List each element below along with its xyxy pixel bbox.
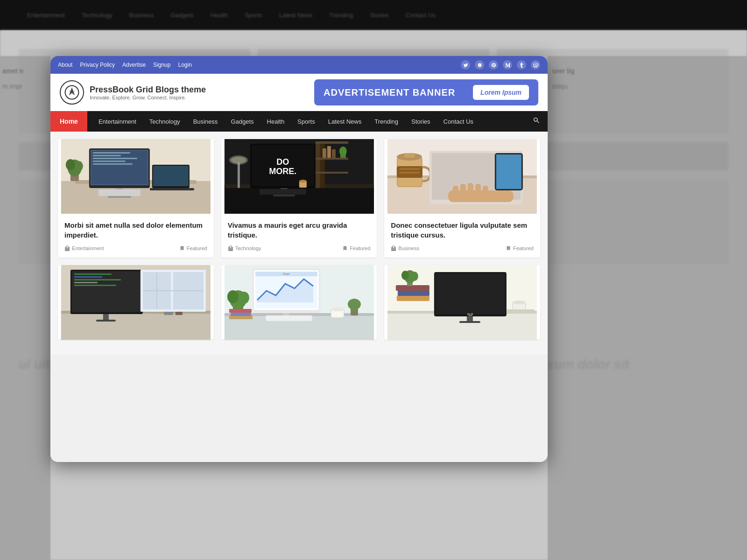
card-1-img-svg [58,139,214,214]
privacy-link[interactable]: Privacy Policy [80,62,115,68]
bg-right-panel: urer lig istiqu [548,56,747,560]
logo-area: PressBook Grid Blogs theme Innovate. Exp… [60,80,206,105]
svg-point-121 [402,271,409,280]
nav-health[interactable]: Health [261,111,291,132]
nav-stories[interactable]: Stories [405,111,437,132]
svg-rect-39 [331,149,335,158]
svg-rect-62 [460,184,466,194]
svg-point-107 [347,299,360,310]
nav-technology[interactable]: Technology [143,111,187,132]
nav-business[interactable]: Business [187,111,225,132]
svg-rect-38 [327,146,331,158]
nav-gadgets[interactable]: Gadgets [224,111,260,132]
site-name: PressBook Grid Blogs theme [90,85,206,95]
ad-banner: ADVERTISEMENT BANNER Lorem Ipsum [314,79,538,105]
svg-point-109 [331,308,344,311]
svg-rect-117 [398,290,430,296]
utility-bar: About Privacy Policy Advertise Signup Lo… [50,56,548,74]
card-3-meta: Business Featured [391,245,534,251]
card-2-title: Vivamus a mauris eget arcu gravida trist… [228,220,371,240]
svg-rect-74 [74,276,102,278]
card-4 [58,265,214,340]
card-2-img-svg: DO MORE. [221,139,377,214]
card-3-image [384,139,540,214]
nav-items: Entertainment Technology Business Gadget… [87,111,533,132]
svg-rect-116 [397,295,430,301]
svg-rect-61 [453,186,458,194]
card-3: Donec consectetuer ligula vulputate sem … [384,139,540,258]
nav-home[interactable]: Home [50,111,87,132]
svg-rect-79 [96,320,116,322]
svg-marker-1 [69,87,75,96]
svg-rect-36 [315,172,348,174]
svg-rect-63 [468,183,473,194]
card-4-image [58,265,214,340]
card-1-body: Morbi sit amet nulla sed dolor elementum… [58,214,214,258]
content-area: Morbi sit amet nulla sed dolor elementum… [50,132,548,355]
nav-contact-us[interactable]: Contact Us [437,111,480,132]
tumblr-icon[interactable] [517,60,526,70]
svg-rect-118 [396,285,430,291]
svg-point-122 [411,272,418,281]
card-1-meta: Entertainment Featured [64,245,207,251]
svg-rect-75 [74,279,121,280]
svg-rect-42 [259,189,306,195]
svg-rect-111 [230,312,251,316]
svg-rect-43 [237,162,240,188]
card-grid-bottom: Chart [58,265,540,340]
nav-trending[interactable]: Trending [368,111,405,132]
bg-left-panel: amet n m impr [0,56,50,560]
card-1-featured: Featured [179,245,207,251]
card-5: Chart [221,265,377,340]
svg-rect-8 [93,152,130,154]
svg-point-22 [75,161,83,171]
card-grid-top: Morbi sit amet nulla sed dolor elementum… [58,139,540,258]
svg-rect-64 [475,184,481,194]
advertise-link[interactable]: Advertise [122,62,146,68]
card-2-category: Technology [228,245,261,251]
card-3-img-svg [384,139,540,214]
login-link[interactable]: Login [178,62,191,68]
card-2-meta: Technology Featured [228,245,371,251]
nav-latest-news[interactable]: Latest News [322,111,368,132]
svg-rect-124 [436,273,505,314]
card-6-image: ⌘ [384,265,540,340]
card-3-category: Business [391,245,419,251]
youtube-icon[interactable] [475,60,484,70]
card-6-img-svg: ⌘ [384,265,540,340]
svg-rect-112 [229,309,251,313]
ad-banner-text: ADVERTISEMENT BANNER [324,87,455,98]
wordpress-icon[interactable] [531,60,540,70]
svg-rect-110 [229,315,252,319]
search-button[interactable] [533,117,548,126]
twitter-icon[interactable] [461,60,470,70]
ad-banner-button[interactable]: Lorem Ipsum [473,85,529,100]
bg-top-bar: Entertainment Technology Business Gadget… [0,0,747,30]
svg-rect-77 [74,285,116,286]
svg-point-21 [66,159,75,170]
utility-links: About Privacy Policy Advertise Signup Lo… [58,62,192,68]
logo-svg [64,85,79,100]
card-3-body: Donec consectetuer ligula vulputate sem … [384,214,540,258]
medium-icon[interactable] [503,60,512,70]
card-4-img-svg [58,265,214,340]
main-nav: Home Entertainment Technology Business G… [50,111,548,132]
logo-text: PressBook Grid Blogs theme Innovate. Exp… [90,85,206,100]
svg-rect-11 [93,161,126,162]
card-2-featured: Featured [342,245,370,251]
svg-rect-57 [404,153,415,158]
svg-text:MORE.: MORE. [269,167,296,176]
svg-rect-67 [496,154,521,189]
svg-rect-73 [74,273,112,275]
card-6: ⌘ [384,265,540,340]
signup-link[interactable]: Signup [153,62,170,68]
pinterest-icon[interactable] [489,60,498,70]
svg-rect-37 [322,148,326,158]
svg-point-45 [231,157,246,163]
nav-sports[interactable]: Sports [291,111,322,132]
about-link[interactable]: About [58,62,72,68]
svg-rect-32 [315,141,320,188]
card-2: DO MORE. [221,139,377,258]
svg-point-105 [239,292,249,304]
nav-entertainment[interactable]: Entertainment [92,111,143,132]
